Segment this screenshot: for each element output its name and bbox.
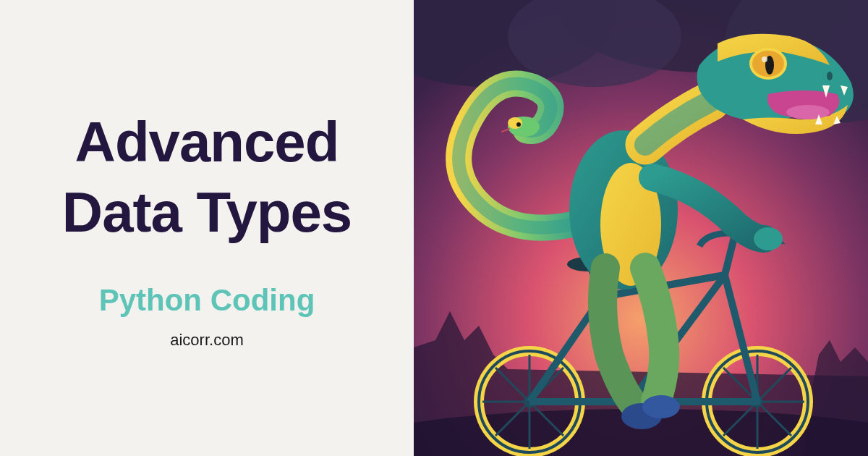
illustration-panel: [414, 0, 868, 456]
svg-point-32: [642, 395, 680, 418]
svg-point-28: [516, 122, 521, 127]
title-line-2: Data Types: [62, 180, 352, 244]
title-line-1: Advanced: [75, 110, 339, 174]
svg-point-33: [754, 227, 783, 250]
python-bicycle-illustration-icon: [414, 0, 868, 456]
subtitle: Python Coding: [99, 283, 315, 318]
text-panel: Advanced Data Types Python Coding aicorr…: [0, 0, 414, 456]
main-title: Advanced Data Types: [62, 107, 352, 248]
domain-text: aicorr.com: [170, 331, 243, 350]
svg-point-39: [827, 72, 833, 80]
svg-point-34: [786, 105, 830, 119]
svg-point-38: [762, 56, 767, 62]
